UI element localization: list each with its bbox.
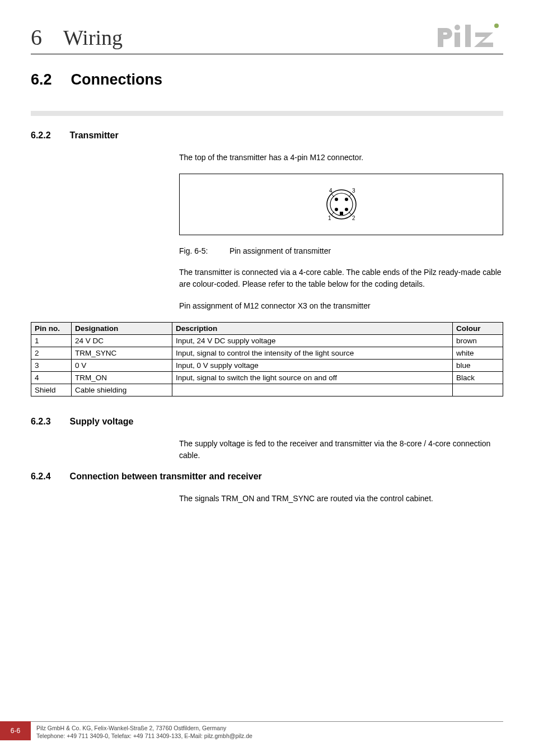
svg-rect-10 [340,212,343,215]
svg-line-14 [349,212,352,215]
section-heading: 6.2 Connections [31,71,503,88]
cell-pin: 3 [31,360,72,372]
cell-des: 0 V [72,360,172,372]
cell-des: TRM_SYNC [72,347,172,360]
cell-des: TRM_ON [72,372,172,384]
footer-line1: Pilz GmbH & Co. KG, Felix-Wankel-Straße … [36,725,226,731]
cell-pin: 1 [31,335,72,347]
pin-label-1: 1 [328,215,331,221]
cell-desc: Input, signal to switch the light source… [172,372,453,384]
subsection-number: 6.2.4 [31,472,51,482]
svg-point-7 [345,198,348,201]
table-row: 2 TRM_SYNC Input, signal to control the … [31,347,503,360]
cell-col: white [453,347,503,360]
svg-point-3 [494,24,499,28]
table-header-row: Pin no. Designation Description Colour [31,323,503,335]
page-number-badge: 6-6 [0,721,31,740]
cell-col: blue [453,360,503,372]
svg-rect-2 [465,25,471,47]
subsection-number: 6.2.2 [31,130,51,141]
th-designation: Designation [72,323,172,335]
cell-col [453,384,503,396]
subsection-connection-heading: 6.2.4 Connection between transmitter and… [31,472,503,482]
cell-des: 24 V DC [72,335,172,347]
th-colour: Colour [453,323,503,335]
supply-content: The supply voltage is fed to the receive… [179,438,503,461]
subsection-transmitter-heading: 6.2.2 Transmitter [31,130,503,141]
svg-point-9 [345,208,348,211]
pin-label-4: 4 [329,188,332,194]
supply-para: The supply voltage is fed to the receive… [179,438,503,461]
transmitter-para2: The transmitter is connected via a 4-cor… [179,267,503,290]
subsection-number: 6.2.3 [31,417,51,427]
m12-connector-icon: 4 3 1 2 [316,182,367,227]
connection-content: The signals TRM_ON and TRM_SYNC are rout… [179,493,503,505]
th-description: Description [172,323,453,335]
chapter-number: 6 [31,24,42,50]
pin-label-2: 2 [352,215,355,221]
cell-pin: 4 [31,372,72,384]
footer-line2: Telephone: +49 711 3409-0, Telefax: +49 … [36,732,252,739]
cell-col: brown [453,335,503,347]
connection-para: The signals TRM_ON and TRM_SYNC are rout… [179,493,503,505]
table-row: Shield Cable shielding [31,384,503,396]
pin-label-3: 3 [352,188,355,194]
cell-desc: Input, signal to control the intensity o… [172,347,453,360]
cell-des: Cable shielding [72,384,172,396]
figure-caption-text: Pin assignment of transmitter [229,246,331,255]
footer-text: Pilz GmbH & Co. KG, Felix-Wankel-Straße … [31,721,503,740]
cell-pin: Shield [31,384,72,396]
svg-line-11 [331,194,334,197]
svg-point-6 [335,198,338,201]
svg-line-12 [349,194,352,197]
cell-col: Black [453,372,503,384]
svg-line-13 [331,212,334,215]
pilz-logo [436,22,503,50]
subsection-supply-heading: 6.2.3 Supply voltage [31,417,503,427]
th-pin: Pin no. [31,323,72,335]
page-header: 6 Wiring [31,22,503,54]
chapter-title: 6 Wiring [31,24,123,50]
section-number: 6.2 [31,71,52,88]
page-footer: 6-6 Pilz GmbH & Co. KG, Felix-Wankel-Str… [0,721,534,740]
cell-pin: 2 [31,347,72,360]
cell-desc: Input, 0 V supply voltage [172,360,453,372]
figure-label: Fig. 6-5: [179,246,227,255]
transmitter-content: The top of the transmitter has a 4-pin M… [179,152,503,312]
subsection-name: Transmitter [70,130,119,141]
cell-desc [172,384,453,396]
table-row: 3 0 V Input, 0 V supply voltage blue [31,360,503,372]
figure-box: 4 3 1 2 [179,174,503,235]
divider-bar [31,111,503,116]
figure-caption: Fig. 6-5: Pin assignment of transmitter [179,246,503,255]
subsection-name: Connection between transmitter and recei… [70,472,262,482]
svg-point-8 [335,208,338,211]
transmitter-para3: Pin assignment of M12 connector X3 on th… [179,300,503,312]
section-name: Connections [71,71,163,88]
svg-rect-1 [455,32,460,47]
transmitter-intro: The top of the transmitter has a 4-pin M… [179,152,503,164]
chapter-name: Wiring [63,25,123,50]
svg-point-0 [455,25,460,30]
subsection-name: Supply voltage [70,417,134,427]
cell-desc: Input, 24 V DC supply voltage [172,335,453,347]
table-row: 1 24 V DC Input, 24 V DC supply voltage … [31,335,503,347]
table-row: 4 TRM_ON Input, signal to switch the lig… [31,372,503,384]
pin-assignment-table: Pin no. Designation Description Colour 1… [31,322,503,396]
